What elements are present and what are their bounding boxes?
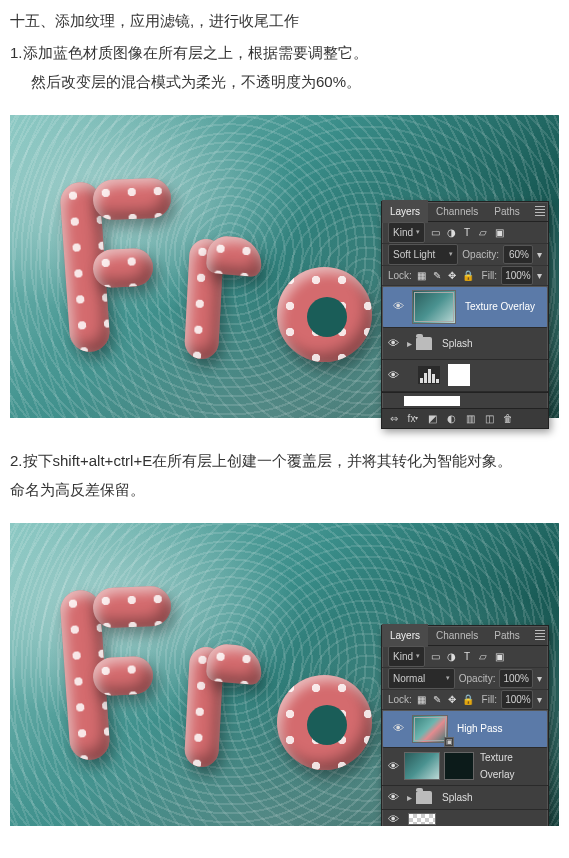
- filter-row: Kind▾ ▭ ◑ T ▱ ▣: [382, 222, 548, 244]
- visibility-toggle-icon[interactable]: 👁: [382, 757, 404, 776]
- link-layers-icon[interactable]: ⇔: [388, 412, 400, 424]
- filter-type-icon[interactable]: T: [461, 650, 473, 662]
- step1-line1: 1.添加蓝色材质图像在所有层之上，根据需要调整它。: [10, 40, 559, 66]
- filter-kind-select[interactable]: Kind▾: [388, 646, 425, 667]
- panel-tabs: Layers Channels Paths: [382, 626, 548, 646]
- fill-value[interactable]: 100%: [501, 266, 533, 285]
- visibility-toggle-icon[interactable]: 👁: [382, 810, 404, 826]
- layer-row-extra[interactable]: 👁: [382, 810, 548, 826]
- layers-panel: Layers Channels Paths Kind▾ ▭ ◑ T ▱ ▣ So…: [381, 201, 549, 429]
- transparent-thumbnail: [408, 813, 436, 825]
- filter-shape-icon[interactable]: ▱: [477, 650, 489, 662]
- panel-footer: ⇔ fx▾ ◩ ◐ ▥ ◫ 🗑: [382, 408, 548, 428]
- delete-layer-icon[interactable]: 🗑: [502, 412, 514, 424]
- visibility-toggle-icon[interactable]: 👁: [382, 334, 404, 353]
- lock-position-icon[interactable]: ✥: [446, 269, 457, 281]
- filter-row: Kind▾ ▭ ◑ T ▱ ▣: [382, 646, 548, 668]
- opacity-value[interactable]: 100%: [499, 669, 533, 688]
- opacity-label: Opacity:: [459, 670, 496, 687]
- layer-row-texture-overlay[interactable]: 👁 Texture Overlay: [382, 286, 548, 328]
- layer-row-texture-overlay[interactable]: 👁 Texture Overlay: [382, 748, 548, 786]
- layer-name[interactable]: Splash: [440, 335, 548, 352]
- layer-thumbnail[interactable]: [404, 752, 440, 780]
- lock-paint-icon[interactable]: ✎: [431, 693, 442, 705]
- layer-row-extra[interactable]: [382, 392, 548, 408]
- layer-name[interactable]: Texture Overlay: [463, 298, 543, 315]
- filter-smart-icon[interactable]: ▣: [493, 226, 505, 238]
- fill-value[interactable]: 100%: [501, 690, 533, 709]
- visibility-toggle-icon[interactable]: 👁: [387, 719, 409, 738]
- figure-2: Layers Channels Paths Kind▾ ▭ ◑ T ▱ ▣ No…: [10, 523, 559, 826]
- step2-line2: 命名为高反差保留。: [10, 477, 559, 503]
- visibility-toggle-icon[interactable]: 👁: [387, 297, 409, 316]
- folder-icon: [416, 791, 432, 804]
- lock-paint-icon[interactable]: ✎: [431, 269, 442, 281]
- tab-layers[interactable]: Layers: [382, 200, 428, 223]
- tab-channels[interactable]: Channels: [428, 200, 486, 223]
- opacity-label: Opacity:: [462, 246, 499, 263]
- panel-tabs: Layers Channels Paths: [382, 202, 548, 222]
- filter-kind-select[interactable]: Kind▾: [388, 222, 425, 243]
- layer-name[interactable]: Texture Overlay: [478, 749, 548, 783]
- lock-label: Lock:: [388, 691, 412, 708]
- layer-name[interactable]: High Pass: [455, 720, 543, 737]
- step1-line2: 然后改变层的混合模式为柔光，不透明度为60%。: [31, 69, 559, 95]
- layer-style-icon[interactable]: fx▾: [407, 412, 419, 424]
- filter-type-icon[interactable]: T: [461, 226, 473, 238]
- blend-mode-select[interactable]: Normal▾: [388, 668, 455, 689]
- balloon-text-fresh: [55, 157, 355, 377]
- fill-label: Fill:: [482, 267, 498, 284]
- visibility-toggle-icon[interactable]: 👁: [382, 788, 404, 807]
- layer-row-levels-adjustment[interactable]: 👁: [382, 360, 548, 392]
- balloon-text-fresh: [55, 565, 355, 785]
- folder-icon: [416, 337, 432, 350]
- lock-all-icon[interactable]: 🔒: [462, 693, 474, 705]
- lock-position-icon[interactable]: ✥: [446, 693, 457, 705]
- opacity-value[interactable]: 60%: [503, 245, 533, 264]
- layer-thumbnail-secondary: [444, 752, 474, 780]
- layer-thumbnail[interactable]: [412, 290, 456, 324]
- tab-paths[interactable]: Paths: [486, 200, 528, 223]
- visibility-toggle-icon[interactable]: 👁: [382, 366, 404, 385]
- layers-panel: Layers Channels Paths Kind▾ ▭ ◑ T ▱ ▣ No…: [381, 625, 549, 826]
- group-expand-icon[interactable]: ▸: [404, 335, 414, 352]
- step2-line1: 2.按下shift+alt+ctrl+E在所有层上创建一个覆盖层，并将其转化为智…: [10, 448, 559, 474]
- mask-mini-thumbnail: [404, 396, 460, 406]
- tab-channels[interactable]: Channels: [428, 624, 486, 647]
- lock-row: Lock: ▦ ✎ ✥ 🔒 Fill: 100% ▾: [382, 266, 548, 286]
- smart-object-badge-icon: ▣: [444, 737, 454, 747]
- blend-row: Normal▾ Opacity: 100% ▾: [382, 668, 548, 690]
- new-layer-icon[interactable]: ◫: [483, 412, 495, 424]
- tab-paths[interactable]: Paths: [486, 624, 528, 647]
- levels-adjustment-icon: [418, 366, 440, 384]
- layer-row-splash-group[interactable]: 👁 ▸ Splash: [382, 328, 548, 360]
- layer-row-splash-group[interactable]: 👁 ▸ Splash: [382, 786, 548, 810]
- blend-mode-select[interactable]: Soft Light▾: [388, 244, 458, 265]
- layer-name[interactable]: Splash: [440, 789, 548, 806]
- group-expand-icon[interactable]: ▸: [404, 789, 414, 806]
- filter-pixel-icon[interactable]: ▭: [429, 650, 441, 662]
- figure-1: Layers Channels Paths Kind▾ ▭ ◑ T ▱ ▣ So…: [10, 115, 559, 418]
- adjustment-layer-icon[interactable]: ◐: [445, 412, 457, 424]
- layer-row-high-pass[interactable]: 👁 ▣ High Pass: [382, 710, 548, 748]
- panel-menu-icon[interactable]: [532, 627, 548, 643]
- blend-row: Soft Light▾ Opacity: 60% ▾: [382, 244, 548, 266]
- layer-thumbnail[interactable]: [412, 715, 448, 743]
- lock-label: Lock:: [388, 267, 412, 284]
- fill-label: Fill:: [482, 691, 498, 708]
- section-title: 十五、添加纹理，应用滤镜,，进行收尾工作: [10, 8, 559, 34]
- layer-mask-icon[interactable]: ◩: [426, 412, 438, 424]
- layer-mask-thumbnail[interactable]: [448, 364, 470, 386]
- filter-adjust-icon[interactable]: ◑: [445, 650, 457, 662]
- new-group-icon[interactable]: ▥: [464, 412, 476, 424]
- filter-adjust-icon[interactable]: ◑: [445, 226, 457, 238]
- filter-shape-icon[interactable]: ▱: [477, 226, 489, 238]
- tab-layers[interactable]: Layers: [382, 624, 428, 647]
- panel-menu-icon[interactable]: [532, 203, 548, 219]
- lock-transparency-icon[interactable]: ▦: [416, 693, 427, 705]
- lock-all-icon[interactable]: 🔒: [462, 269, 474, 281]
- lock-transparency-icon[interactable]: ▦: [416, 269, 427, 281]
- filter-smart-icon[interactable]: ▣: [493, 650, 505, 662]
- lock-row: Lock: ▦ ✎ ✥ 🔒 Fill: 100% ▾: [382, 690, 548, 710]
- filter-pixel-icon[interactable]: ▭: [429, 226, 441, 238]
